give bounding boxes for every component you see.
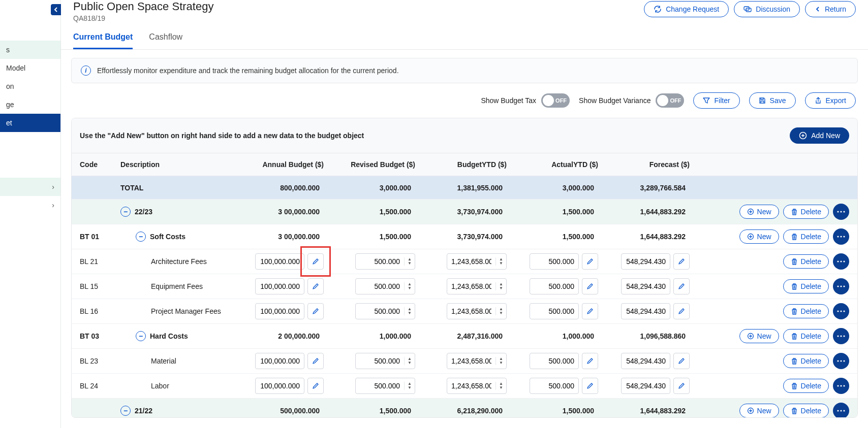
sidebar-item[interactable]: et [0,114,60,132]
cell-input[interactable] [622,357,670,365]
cell-input[interactable] [256,307,304,315]
more-button[interactable] [833,253,849,270]
sidebar-item[interactable]: s [0,41,60,59]
edit-icon[interactable] [307,278,324,294]
sidebar-item-expand[interactable]: › [0,178,60,196]
edit-icon[interactable] [582,353,598,369]
edit-icon[interactable] [673,353,690,369]
edit-icon[interactable] [673,253,690,270]
delete-button[interactable]: Delete [783,229,829,244]
export-button[interactable]: Export [805,92,856,109]
cell-input[interactable] [447,282,495,290]
stepper[interactable]: ▲▼ [404,382,415,390]
sidebar-item-expand[interactable]: › [0,196,60,214]
stepper[interactable]: ▲▼ [404,357,415,365]
stepper[interactable]: ▲▼ [495,382,506,390]
more-button[interactable] [833,303,849,319]
cell-value: 1,644,883.292 [598,233,690,241]
delete-button[interactable]: Delete [783,205,829,219]
collapse-icon[interactable]: − [120,406,131,416]
change-request-button[interactable]: Change Request [644,1,729,17]
edit-icon[interactable] [673,303,690,319]
cell-input[interactable] [447,382,495,390]
cell-input[interactable] [622,382,670,390]
stepper[interactable]: ▲▼ [495,357,506,365]
new-button[interactable]: New [739,205,779,219]
cell-input[interactable] [356,282,404,290]
delete-button[interactable]: Delete [783,404,829,418]
cell-input[interactable] [622,307,670,315]
more-button[interactable] [833,228,849,245]
collapse-icon[interactable]: − [120,207,131,217]
stepper[interactable]: ▲▼ [404,282,415,290]
edit-icon[interactable] [582,278,598,294]
collapse-icon[interactable]: − [136,331,146,341]
delete-button[interactable]: Delete [783,304,829,318]
sidebar-collapse-button[interactable] [51,4,61,15]
stepper[interactable]: ▲▼ [495,282,506,290]
main-content: Public Open Space Strategy QA818/19 Chan… [61,0,868,428]
edit-icon[interactable] [582,253,598,270]
more-button[interactable] [833,403,849,418]
cell-input[interactable] [256,282,304,290]
return-button[interactable]: Return [805,1,856,17]
cell-input[interactable] [356,357,404,365]
toggle-tax[interactable]: OFF [541,93,570,108]
collapse-icon[interactable]: − [136,232,146,242]
cell-input[interactable] [256,257,304,266]
tab-cashflow[interactable]: Cashflow [149,28,182,49]
tab-current-budget[interactable]: Current Budget [73,28,133,49]
cell-value: 1,500.000 [324,407,415,415]
cell-input[interactable] [447,257,495,266]
new-button[interactable]: New [739,404,779,418]
more-button[interactable] [833,204,849,220]
edit-icon[interactable] [307,378,324,394]
more-button[interactable] [833,353,849,369]
sidebar-item[interactable]: on [0,77,60,95]
edit-icon[interactable] [673,278,690,294]
edit-icon[interactable] [307,353,324,369]
more-button[interactable] [833,278,849,294]
cell-input[interactable] [530,382,578,390]
cell-input[interactable] [530,257,578,266]
toggle-variance[interactable]: OFF [656,93,684,108]
delete-button[interactable]: Delete [783,254,829,269]
delete-button[interactable]: Delete [783,329,829,343]
more-button[interactable] [833,328,849,344]
stepper[interactable]: ▲▼ [404,257,415,266]
stepper[interactable]: ▲▼ [404,307,415,315]
cell-input[interactable] [447,357,495,365]
filter-button[interactable]: Filter [693,92,739,109]
discussion-button[interactable]: Discussion [734,1,800,17]
new-button[interactable]: New [739,229,779,244]
cell-input[interactable] [356,382,404,390]
edit-icon[interactable] [582,303,598,319]
svg-point-13 [843,260,845,262]
cell-input[interactable] [256,357,304,365]
sidebar-item[interactable]: Model [0,59,60,77]
delete-button[interactable]: Delete [783,279,829,293]
cell-input[interactable] [447,307,495,315]
sidebar-item[interactable]: ge [0,95,60,114]
add-new-button[interactable]: Add New [790,127,849,144]
stepper[interactable]: ▲▼ [495,257,506,266]
delete-button[interactable]: Delete [783,379,829,393]
new-button[interactable]: New [739,329,779,343]
cell-input[interactable] [356,307,404,315]
cell-input[interactable] [530,357,578,365]
delete-button[interactable]: Delete [783,354,829,368]
save-button[interactable]: Save [749,92,796,109]
cell-input[interactable] [622,282,670,290]
edit-icon[interactable] [307,303,324,319]
cell-input[interactable] [356,257,404,266]
edit-icon[interactable] [307,253,324,270]
cell-input[interactable] [530,282,578,290]
stepper[interactable]: ▲▼ [495,307,506,315]
cell-input[interactable] [622,257,670,266]
edit-icon[interactable] [673,378,690,394]
cell-value: 800,000.000 [232,184,324,192]
cell-input[interactable] [530,307,578,315]
cell-input[interactable] [256,382,304,390]
more-button[interactable] [833,378,849,394]
edit-icon[interactable] [582,378,598,394]
